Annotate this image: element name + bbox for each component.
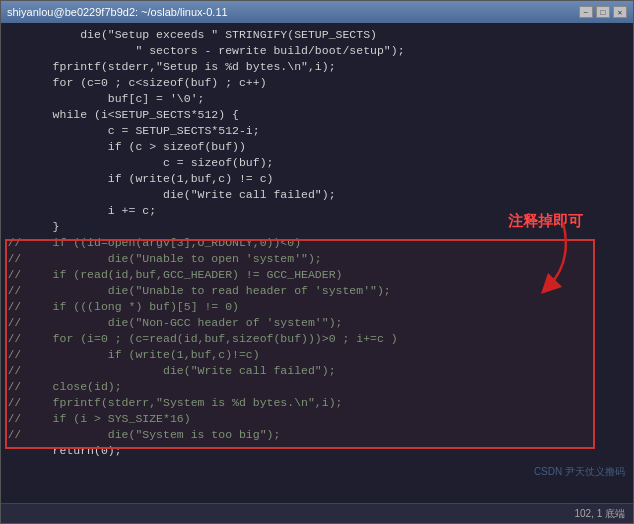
line-content: fprintf(stderr,"System is %d bytes.\n",i… (25, 395, 342, 411)
code-line: // die("Unable to read header of 'system… (1, 283, 633, 299)
code-line: // die("System is too big"); (1, 427, 633, 443)
code-line: die("Setup exceeds " STRINGIFY(SETUP_SEC… (1, 27, 633, 43)
line-prefix: // (3, 283, 25, 299)
line-prefix: // (3, 267, 25, 283)
code-line: while (i<SETUP_SECTS*512) { (1, 107, 633, 123)
code-line: // die("Non-GCC header of 'system'"); (1, 315, 633, 331)
line-prefix: // (3, 379, 25, 395)
line-content: if (c > sizeof(buf)) (25, 139, 246, 155)
code-line: " sectors - rewrite build/boot/setup"); (1, 43, 633, 59)
code-line: // fprintf(stderr,"System is %d bytes.\n… (1, 395, 633, 411)
line-content: if (write(1,buf,c) != c) (25, 171, 273, 187)
code-line: buf[c] = '\0'; (1, 91, 633, 107)
line-content: if (write(1,buf,c)!=c) (25, 347, 260, 363)
line-content: for (i=0 ; (c=read(id,buf,sizeof(buf)))>… (25, 331, 398, 347)
line-prefix: // (3, 299, 25, 315)
code-line: // if (i > SYS_SIZE*16) (1, 411, 633, 427)
line-content: c = SETUP_SECTS*512-i; (25, 123, 260, 139)
line-prefix: // (3, 315, 25, 331)
line-content: c = sizeof(buf); (25, 155, 273, 171)
line-content: if (((long *) buf)[5] != 0) (25, 299, 239, 315)
line-content: die("Unable to read header of 'system'")… (25, 283, 391, 299)
code-line: // if (((long *) buf)[5] != 0) (1, 299, 633, 315)
line-content: close(id); (25, 379, 122, 395)
line-content: die("Non-GCC header of 'system'"); (25, 315, 342, 331)
line-prefix: // (3, 395, 25, 411)
code-line: // die("Unable to open 'system'"); (1, 251, 633, 267)
title-bar: shiyanlou@be0229f7b9d2: ~/oslab/linux-0.… (1, 1, 633, 23)
line-content: die("Write call failed"); (25, 363, 336, 379)
line-content: return(0); (25, 443, 122, 459)
code-line: die("Write call failed"); (1, 187, 633, 203)
line-content: die("Unable to open 'system'"); (25, 251, 322, 267)
line-prefix: // (3, 235, 25, 251)
code-line: // if (read(id,buf,GCC_HEADER) != GCC_HE… (1, 267, 633, 283)
code-line: // if (write(1,buf,c)!=c) (1, 347, 633, 363)
line-prefix: // (3, 347, 25, 363)
watermark: CSDN 尹天仗义撸码 (534, 465, 625, 479)
line-content: " sectors - rewrite build/boot/setup"); (25, 43, 405, 59)
code-line: // die("Write call failed"); (1, 363, 633, 379)
line-content: i += c; (25, 203, 156, 219)
window-controls: − □ ✕ (579, 6, 627, 18)
code-line: // close(id); (1, 379, 633, 395)
code-line: // if ((id=open(argv[3],O_RDONLY,0))<0) (1, 235, 633, 251)
window-title: shiyanlou@be0229f7b9d2: ~/oslab/linux-0.… (7, 6, 228, 18)
close-button[interactable]: ✕ (613, 6, 627, 18)
code-line: for (c=0 ; c<sizeof(buf) ; c++) (1, 75, 633, 91)
line-content: fprintf(stderr,"Setup is %d bytes.\n",i)… (25, 59, 336, 75)
line-content: if ((id=open(argv[3],O_RDONLY,0))<0) (25, 235, 301, 251)
code-line: fprintf(stderr,"Setup is %d bytes.\n",i)… (1, 59, 633, 75)
line-content: die("Write call failed"); (25, 187, 336, 203)
line-prefix: // (3, 363, 25, 379)
line-prefix: // (3, 251, 25, 267)
code-content: die("Setup exceeds " STRINGIFY(SETUP_SEC… (1, 27, 633, 499)
line-prefix: // (3, 331, 25, 347)
status-bar: 102, 1 底端 (1, 503, 633, 523)
main-window: shiyanlou@be0229f7b9d2: ~/oslab/linux-0.… (0, 0, 634, 524)
line-content: while (i<SETUP_SECTS*512) { (25, 107, 239, 123)
code-line: if (write(1,buf,c) != c) (1, 171, 633, 187)
code-line: c = sizeof(buf); (1, 155, 633, 171)
maximize-button[interactable]: □ (596, 6, 610, 18)
status-text: 102, 1 底端 (574, 507, 625, 521)
line-content: die("Setup exceeds " STRINGIFY(SETUP_SEC… (25, 27, 377, 43)
code-line: c = SETUP_SECTS*512-i; (1, 123, 633, 139)
code-line: // for (i=0 ; (c=read(id,buf,sizeof(buf)… (1, 331, 633, 347)
line-prefix: // (3, 427, 25, 443)
minimize-button[interactable]: − (579, 6, 593, 18)
annotation-text: 注释掉即可 (508, 212, 583, 231)
line-content: die("System is too big"); (25, 427, 280, 443)
code-line: if (c > sizeof(buf)) (1, 139, 633, 155)
line-prefix: // (3, 411, 25, 427)
line-content: for (c=0 ; c<sizeof(buf) ; c++) (25, 75, 267, 91)
line-content: if (read(id,buf,GCC_HEADER) != GCC_HEADE… (25, 267, 342, 283)
line-content: } (25, 219, 60, 235)
code-line: return(0); (1, 443, 633, 459)
line-content: buf[c] = '\0'; (25, 91, 204, 107)
code-area: die("Setup exceeds " STRINGIFY(SETUP_SEC… (1, 23, 633, 503)
line-content: if (i > SYS_SIZE*16) (25, 411, 191, 427)
